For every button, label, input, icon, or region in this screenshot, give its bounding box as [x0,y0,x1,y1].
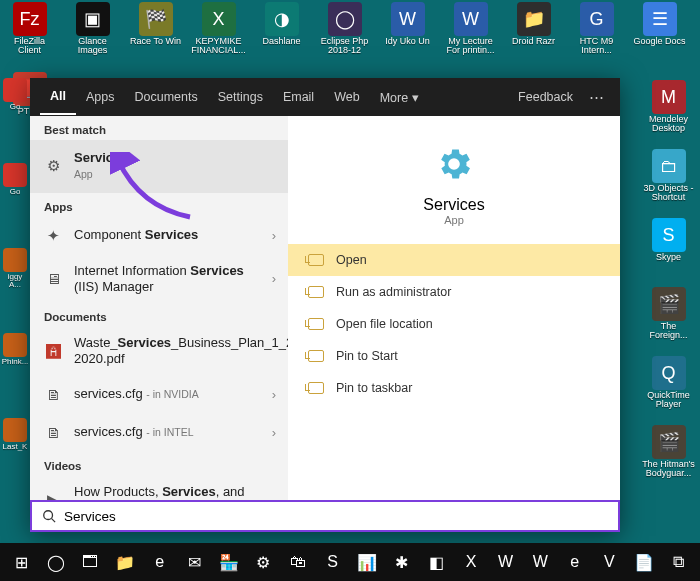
taskbar-button[interactable]: ✱ [385,543,420,581]
action-icon [308,286,324,298]
tab-apps[interactable]: Apps [76,80,125,114]
section-apps: Apps [30,193,288,217]
feedback-link[interactable]: Feedback [508,80,583,114]
taskbar-button[interactable]: ⧉ [661,543,696,581]
desktop-icon[interactable]: Phink... [2,333,28,398]
action-icon [308,350,324,362]
desktop-icon[interactable]: iggy A... [2,248,28,313]
desktop-right-column: MMendeley Desktop🗀3D Objects - ShortcutS… [641,80,696,490]
result-doc-waste-services[interactable]: 🅰 Waste_Services_Business_Plan_1_2015-20… [30,327,288,376]
section-best-match: Best match [30,116,288,140]
result-app-iis-manager[interactable]: 🖥 Internet Information Services (IIS) Ma… [30,255,288,304]
desktop-icon[interactable]: SSkype [641,218,696,283]
tab-web[interactable]: Web [324,80,369,114]
desktop-icon[interactable]: ▣Glance Images [65,2,120,67]
taskbar-button[interactable]: e [142,543,177,581]
desktop-icon[interactable]: XKEPYMIKE FINANCIAL... [191,2,246,67]
detail-subtitle: App [444,214,464,226]
tab-all[interactable]: All [40,79,76,115]
desktop-icon[interactable]: Go [2,163,28,228]
section-videos: Videos [30,452,288,476]
more-icon[interactable]: ⋯ [583,88,610,106]
action-open-file-location[interactable]: Open file location [288,308,620,340]
desktop-left-column: GoGoiggy A...Phink...Last_K [2,78,28,483]
chevron-right-icon: › [272,425,276,440]
section-documents: Documents [30,303,288,327]
desktop-icon[interactable]: WMy Lecture For printin... [443,2,498,67]
desktop-icon[interactable]: ◑Dashlane [254,2,309,67]
component-icon: ✦ [42,225,64,247]
desktop-icon[interactable]: Last_K [2,418,28,483]
action-open[interactable]: Open [288,244,620,276]
tab-email[interactable]: Email [273,80,324,114]
taskbar-button[interactable]: 📄 [627,543,662,581]
search-input[interactable] [64,509,608,524]
pdf-icon: 🅰 [42,340,64,362]
result-app-component-services[interactable]: ✦ Component Services › [30,217,288,255]
desktop-icon[interactable]: ☰Google Docs [632,2,687,67]
result-doc-cfg-intel[interactable]: 🗎 services.cfg - in INTEL › [30,414,288,452]
taskbar-button[interactable]: V [592,543,627,581]
taskbar-button[interactable]: ◯ [39,543,74,581]
taskbar: ⊞◯🗔📁e✉🏪⚙🛍S📊✱◧XWWeV📄⧉ [0,543,700,581]
action-icon [308,318,324,330]
action-pin-to-taskbar[interactable]: Pin to taskbar [288,372,620,404]
desktop-icon[interactable]: 🏁Race To Win [128,2,183,67]
desktop-icon[interactable]: FzFileZilla Client [2,2,57,67]
desktop-icon[interactable]: Go [2,78,28,143]
action-icon [308,254,324,266]
action-pin-to-start[interactable]: Pin to Start [288,340,620,372]
taskbar-button[interactable]: 🛍 [281,543,316,581]
tab-more[interactable]: More ▾ [370,80,429,115]
search-panel: AllAppsDocumentsSettingsEmailWebMore ▾ F… [30,78,620,532]
tab-documents[interactable]: Documents [124,80,207,114]
taskbar-button[interactable]: W [488,543,523,581]
search-tabs: AllAppsDocumentsSettingsEmailWebMore ▾ F… [30,78,620,116]
search-bar[interactable] [30,500,620,532]
taskbar-button[interactable]: ◧ [419,543,454,581]
iis-icon: 🖥 [42,268,64,290]
chevron-right-icon: › [272,228,276,243]
taskbar-button[interactable]: 🏪 [212,543,247,581]
gear-icon: ⚙ [42,155,64,177]
taskbar-button[interactable]: X [454,543,489,581]
desktop-icon[interactable]: ◯Eclipse Php 2018-12 [317,2,372,67]
desktop-icon[interactable]: 📁Droid Razr [506,2,561,67]
taskbar-button[interactable]: W [523,543,558,581]
detail-title: Services [423,196,484,214]
desktop-icon[interactable]: 🎬The Foreign... [641,287,696,352]
desktop-icon[interactable]: 🎬The Hitman's Bodyguar... [641,425,696,490]
svg-point-0 [44,511,53,520]
search-icon [42,509,56,523]
desktop-icon[interactable]: 🗀3D Objects - Shortcut [641,149,696,214]
taskbar-button[interactable]: 🗔 [73,543,108,581]
result-doc-cfg-nvidia[interactable]: 🗎 services.cfg - in NVIDIA › [30,376,288,414]
taskbar-button[interactable]: 📁 [108,543,143,581]
taskbar-button[interactable]: ⊞ [4,543,39,581]
taskbar-button[interactable]: e [558,543,593,581]
svg-line-1 [52,519,56,523]
action-icon [308,382,324,394]
detail-pane: Services App OpenRun as administratorOpe… [288,116,620,532]
services-gear-icon [434,144,474,184]
result-best-services[interactable]: ⚙ Services App [30,140,288,193]
taskbar-button[interactable]: 📊 [350,543,385,581]
file-icon: 🗎 [42,384,64,406]
chevron-right-icon: › [272,271,276,286]
results-list: Best match ⚙ Services App Apps ✦ Compone… [30,116,288,532]
action-run-as-administrator[interactable]: Run as administrator [288,276,620,308]
file-icon: 🗎 [42,422,64,444]
taskbar-button[interactable]: ⚙ [246,543,281,581]
desktop-icon[interactable]: GHTC M9 Intern... [569,2,624,67]
taskbar-button[interactable]: ✉ [177,543,212,581]
tab-settings[interactable]: Settings [208,80,273,114]
desktop-icon[interactable]: WIdy Uko Un [380,2,435,67]
chevron-right-icon: › [272,387,276,402]
desktop-icon[interactable]: MMendeley Desktop [641,80,696,145]
desktop-icon[interactable]: QQuickTime Player [641,356,696,421]
taskbar-button[interactable]: S [315,543,350,581]
